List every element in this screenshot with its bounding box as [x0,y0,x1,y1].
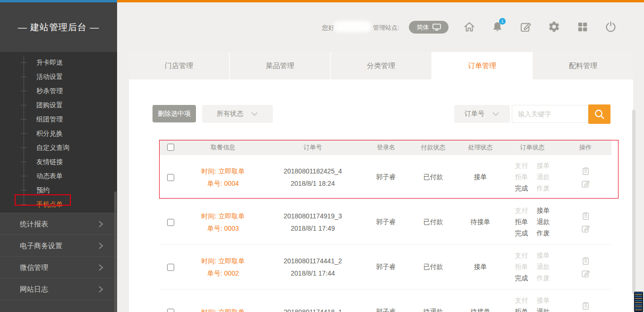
apps-icon[interactable] [576,20,589,34]
power-icon[interactable] [604,20,618,34]
sidebar-item-activity[interactable]: 活动设置 [0,69,117,84]
order-state-action[interactable]: 拒单 [515,263,528,271]
sidebar-item-dynamic-form[interactable]: 动态表单 [0,169,117,183]
row-checkbox[interactable] [167,264,174,271]
sidebar-section-label: 电子商务设置 [20,242,62,250]
tab-store-manage[interactable]: 门店管理 [129,52,229,79]
search-button[interactable] [588,104,610,124]
col-pickup-info: 取餐信息 [182,143,264,152]
order-state-action[interactable]: 完成 [515,274,528,283]
sidebar-item-reservation[interactable]: 预约 [0,183,117,197]
monitor-icon [432,24,441,31]
tab-ingredient-manage[interactable]: 配料管理 [532,52,633,79]
bell-icon[interactable]: 1 [491,20,504,34]
row-checkbox[interactable] [167,219,174,226]
order-state-action[interactable]: 作废 [537,184,550,193]
tab-dish-manage[interactable]: 菜品管理 [229,52,330,79]
chevron-right-icon [96,263,105,272]
sidebar-submenu: 升卡即送 活动设置 秒杀管理 团购设置 组团管理 积分兑换 自定义查询 友情链接… [0,52,117,213]
tab-category-manage[interactable]: 分类管理 [330,52,431,79]
process-status: 接单 [456,263,505,271]
order-state-action[interactable]: 退款 [537,308,550,312]
order-number: 20180801174418_1 [264,306,361,312]
order-date: 2018/8/1 17:44 [264,267,361,279]
delete-selected-button[interactable]: 删除选中项 [153,105,196,122]
language-label: 简体 [417,23,429,32]
pay-status: 已付款 [411,218,456,226]
order-state-action[interactable]: 退款 [537,263,550,271]
order-number: 20180801174919_3 [264,210,361,222]
orders-table: 取餐信息 订单号 登录名 付款状态 处理状态 订单状态 操作 时间: 立即取单 … [159,139,611,312]
row-checkbox[interactable] [167,174,174,181]
order-state-action[interactable]: 接单 [537,207,550,215]
order-number: 20180801182425_4 [264,165,361,177]
order-detail-icon[interactable] [581,301,591,311]
order-state-action[interactable]: 拒单 [515,218,528,226]
order-state-action[interactable]: 作废 [537,229,550,238]
pickup-time: 时间: 立即取单 [182,255,264,267]
order-detail-icon[interactable] [581,211,591,221]
col-order-no: 订单号 [264,143,361,152]
order-state-action[interactable]: 完成 [515,229,528,238]
pickup-time: 时间: 立即取单 [182,165,264,177]
sidebar-item-card-gift[interactable]: 升卡即送 [0,55,117,69]
order-state-action[interactable]: 接单 [537,251,550,260]
edit-icon[interactable] [519,20,533,34]
home-icon[interactable] [462,20,476,34]
login-name: 郭子睿 [361,263,411,271]
order-state-action[interactable]: 支付 [515,207,528,215]
search-type-dropdown[interactable]: 订单号 [454,105,510,123]
sidebar-section-site-log[interactable]: 网站日志 [0,278,117,300]
order-detail-icon[interactable] [581,256,591,266]
sidebar-item-mobile-order[interactable]: 手机点单 [0,197,117,211]
sidebar-section-stats[interactable]: 统计报表 [0,213,117,234]
order-edit-icon[interactable] [581,179,591,189]
order-state-action[interactable]: 退款 [537,218,550,226]
tab-order-manage[interactable]: 订单管理 [431,52,532,79]
language-pill-button[interactable]: 简体 [409,21,449,34]
sidebar-scrollbar[interactable] [114,191,117,312]
pay-status: 已付款 [411,263,456,271]
order-state-actions: 支付 接单 拒单 退款 完成 作废 [515,251,550,283]
order-state-actions: 支付 接单 拒单 退款 完成 作废 [515,296,550,312]
search-type-value: 订单号 [465,110,484,118]
status-filter-dropdown[interactable]: 所有状态 [202,105,273,123]
order-state-action[interactable]: 支付 [515,251,528,260]
keyword-search-input[interactable] [512,105,588,123]
chevron-down-icon [492,112,500,116]
order-state-action[interactable]: 完成 [515,184,528,193]
sidebar-item-custom-query[interactable]: 自定义查询 [0,140,117,155]
chevron-right-icon [96,285,105,294]
tab-bar: 门店管理 菜品管理 分类管理 订单管理 配料管理 [129,52,633,79]
sidebar-item-group-manage[interactable]: 组团管理 [0,112,117,126]
sidebar-item-flash-sale[interactable]: 秒杀管理 [0,84,117,98]
table-row: 时间: 立即取单 单号: 0002 20180801174441_2 2018/… [159,245,611,290]
order-state-action[interactable]: 拒单 [515,308,528,312]
process-status: 待接单 [456,308,505,312]
col-login-name: 登录名 [361,143,411,152]
order-detail-icon[interactable] [581,166,591,176]
sidebar-section-ecommerce[interactable]: 电子商务设置 [0,234,117,256]
order-edit-icon[interactable] [581,224,591,234]
sidebar-item-group-buy[interactable]: 团购设置 [0,98,117,112]
row-checkbox[interactable] [167,309,174,312]
order-state-action[interactable]: 拒单 [515,173,528,182]
search-icon [593,108,606,121]
sidebar-section-wechat[interactable]: 微信管理 [0,256,117,278]
order-state-action[interactable]: 作废 [537,274,550,283]
col-pay-status: 付款状态 [411,143,456,152]
page-scrollbar[interactable] [632,110,636,294]
order-state-action[interactable]: 接单 [537,296,550,305]
process-status: 接单 [456,173,505,182]
sidebar: — 建站管理后台 — 升卡即送 活动设置 秒杀管理 团购设置 组团管理 积分兑换… [0,2,117,312]
order-edit-icon[interactable] [581,269,591,278]
sidebar-item-points[interactable]: 积分兑换 [0,126,117,140]
order-state-action[interactable]: 接单 [537,162,550,170]
settings-icon[interactable] [547,20,561,34]
pay-status: 已付款 [411,173,456,182]
order-state-action[interactable]: 退款 [537,173,550,182]
select-all-checkbox[interactable] [167,144,174,151]
sidebar-item-friend-links[interactable]: 友情链接 [0,155,117,169]
order-state-action[interactable]: 支付 [515,296,528,305]
order-state-action[interactable]: 支付 [515,162,528,170]
